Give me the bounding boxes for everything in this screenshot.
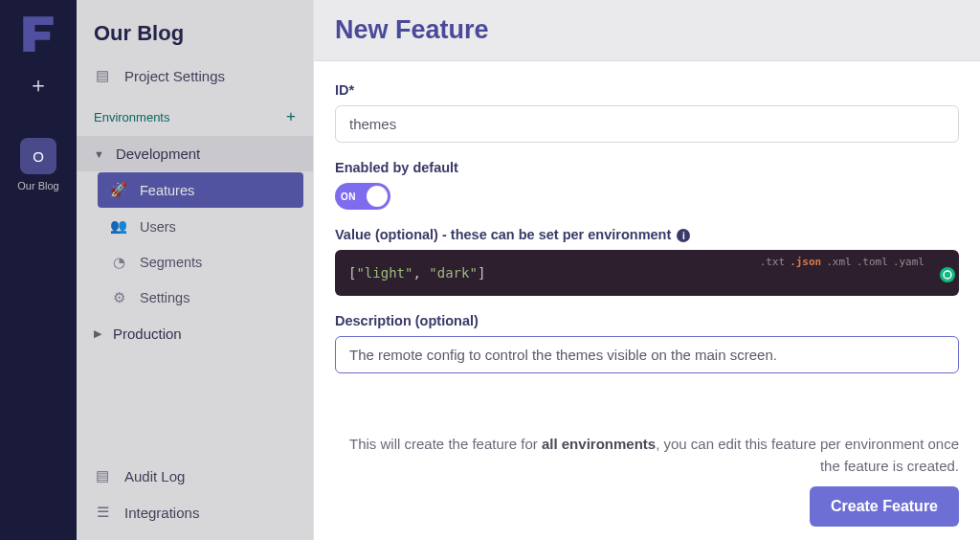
toggle-knob — [367, 186, 388, 207]
info-icon[interactable]: i — [677, 229, 690, 242]
sidebar-item-project-settings[interactable]: ▤ Project Settings — [77, 57, 313, 94]
enabled-toggle[interactable]: ON — [335, 183, 390, 210]
add-project-button[interactable]: ＋ — [28, 71, 49, 100]
environments-header: Environments + — [77, 94, 313, 136]
sidebar: Our Blog ▤ Project Settings Environments… — [77, 0, 314, 540]
env-label: Production — [113, 326, 182, 342]
sidebar-item-label: Integrations — [124, 505, 199, 521]
sidebar-item-integrations[interactable]: ☰ Integrations — [77, 494, 313, 530]
sidebar-item-label: Audit Log — [124, 468, 185, 484]
app-rail: ＋ O Our Blog — [0, 0, 77, 540]
format-txt[interactable]: .txt — [760, 256, 786, 268]
environments-label: Environments — [94, 110, 169, 124]
format-toml[interactable]: .toml — [857, 256, 888, 268]
list-icon: ▤ — [94, 467, 111, 484]
panel-header: New Feature — [314, 0, 980, 61]
pie-chart-icon: ◔ — [111, 255, 126, 270]
sidebar-item-label: Project Settings — [124, 68, 225, 84]
format-json[interactable]: .json — [790, 256, 821, 268]
env-label: Development — [116, 146, 200, 162]
env-group-development[interactable]: ▼ Development — [77, 136, 313, 171]
sliders-icon: ⚙ — [111, 290, 126, 305]
project-selector-label: Our Blog — [17, 180, 58, 191]
description-input[interactable] — [335, 336, 959, 373]
feature-panel: New Feature ID* Enabled by default ON Va… — [314, 0, 980, 540]
grammarly-badge-icon — [940, 267, 955, 282]
value-code-editor[interactable]: .txt .json .xml .toml .yaml ["light", "d… — [335, 250, 959, 296]
nav-users[interactable]: 👥 Users — [98, 209, 303, 244]
id-input[interactable] — [335, 105, 959, 143]
toggle-state-label: ON — [341, 191, 356, 202]
nav-label: Users — [140, 219, 176, 235]
nav-label: Features — [140, 183, 194, 198]
code-format-tabs: .txt .json .xml .toml .yaml — [760, 256, 924, 268]
svg-point-0 — [944, 271, 951, 279]
settings-list-icon: ▤ — [94, 67, 111, 84]
chevron-down-icon: ▼ — [94, 148, 104, 160]
enabled-label: Enabled by default — [335, 160, 959, 175]
helper-text: This will create the feature for all env… — [314, 418, 980, 486]
sidebar-item-audit-log[interactable]: ▤ Audit Log — [77, 458, 313, 494]
rocket-icon: 🚀 — [111, 182, 126, 198]
format-xml[interactable]: .xml — [826, 256, 852, 268]
app-logo-icon — [18, 11, 58, 52]
panel-title: New Feature — [335, 15, 959, 45]
format-yaml[interactable]: .yaml — [893, 256, 924, 268]
value-label: Value (optional) - these can be set per … — [335, 227, 959, 242]
layers-icon: ☰ — [94, 504, 111, 521]
nav-label: Settings — [140, 290, 189, 305]
id-label: ID* — [335, 82, 959, 98]
nav-label: Segments — [140, 255, 202, 270]
create-feature-button[interactable]: Create Feature — [810, 486, 959, 527]
add-environment-button[interactable]: + — [286, 107, 296, 126]
users-icon: 👥 — [111, 218, 126, 235]
sidebar-title: Our Blog — [77, 0, 313, 57]
chevron-right-icon: ▶ — [94, 327, 101, 340]
description-label: Description (optional) — [335, 313, 959, 328]
project-selector[interactable]: O — [20, 138, 56, 174]
nav-features[interactable]: 🚀 Features — [98, 172, 303, 208]
env-group-production[interactable]: ▶ Production — [77, 316, 313, 351]
nav-segments[interactable]: ◔ Segments — [98, 245, 303, 280]
nav-settings[interactable]: ⚙ Settings — [98, 281, 303, 315]
